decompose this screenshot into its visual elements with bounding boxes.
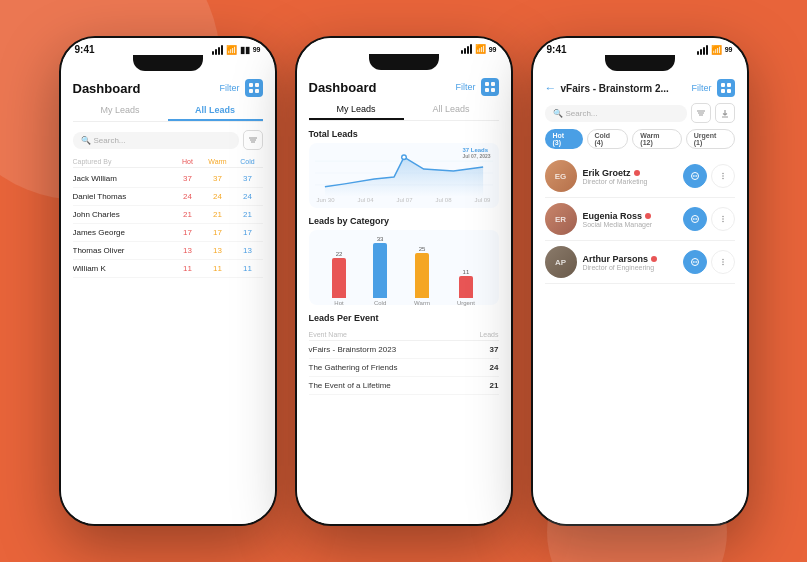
- tab-all-leads-2[interactable]: All Leads: [404, 104, 499, 120]
- hot-count: 21: [173, 210, 203, 219]
- contact-list: EG Erik Groetz Director of Marketing ER …: [545, 155, 735, 284]
- total-leads-chart: 37 Leads Jul 07, 2023: [309, 143, 499, 208]
- filter-label-1[interactable]: Filter: [220, 83, 240, 93]
- svg-point-42: [722, 259, 724, 261]
- cold-count: 21: [233, 210, 263, 219]
- header-actions-3: Filter: [692, 79, 735, 97]
- signal-icon-3: [697, 45, 708, 55]
- warm-count: 13: [203, 246, 233, 255]
- svg-rect-17: [727, 83, 731, 87]
- download-icon-3[interactable]: [715, 103, 735, 123]
- event-row: The Event of a Lifetime 21: [309, 377, 499, 395]
- event-name: The Event of a Lifetime: [309, 381, 391, 390]
- x-label-2: Jul 07: [396, 197, 412, 203]
- svg-point-36: [722, 218, 724, 220]
- warm-count: 37: [203, 174, 233, 183]
- svg-point-32: [692, 218, 693, 219]
- event-row: vFairs - Brainstorm 2023 37: [309, 341, 499, 359]
- tab-all-leads-1[interactable]: All Leads: [168, 105, 263, 121]
- leads-by-category-chart: 22 Hot 33 Cold 25 Warm 11 Urgent: [309, 230, 499, 305]
- contact-message-btn[interactable]: [683, 164, 707, 188]
- screen-2: Dashboard Filter My Leads All Leads Tota…: [297, 70, 511, 524]
- status-time-1: 9:41: [75, 44, 95, 55]
- header-actions-2: Filter: [456, 78, 499, 96]
- signal-icon-2: [461, 44, 472, 54]
- avatar: AP: [545, 246, 577, 278]
- bar-label: Warm: [414, 300, 430, 306]
- tab-my-leads-1[interactable]: My Leads: [73, 105, 168, 121]
- svg-rect-3: [255, 89, 259, 93]
- contact-row: ER Eugenia Ross Social Media Manager: [545, 198, 735, 241]
- hot-count: 24: [173, 192, 203, 201]
- filter-chip[interactable]: Urgent (1): [686, 129, 735, 149]
- hot-count: 11: [173, 264, 203, 273]
- tabs-1: My Leads All Leads: [73, 105, 263, 122]
- filter-chip[interactable]: Warm (12): [632, 129, 681, 149]
- grid-icon-btn-3[interactable]: [717, 79, 735, 97]
- x-label-3: Jul 08: [435, 197, 451, 203]
- filter-chips-3: Hot (3)Cold (4)Warm (12)Urgent (1): [545, 129, 735, 149]
- contact-name: Arthur Parsons: [583, 254, 677, 264]
- svg-rect-0: [249, 83, 253, 87]
- contact-row: EG Erik Groetz Director of Marketing: [545, 155, 735, 198]
- tabs-2: My Leads All Leads: [309, 104, 499, 121]
- event-count: 37: [490, 345, 499, 354]
- tab-my-leads-2[interactable]: My Leads: [309, 104, 404, 120]
- back-button[interactable]: ←: [545, 81, 557, 95]
- event-count: 21: [490, 381, 499, 390]
- bar-label: Urgent: [457, 300, 475, 306]
- svg-point-35: [722, 216, 724, 218]
- bar-rect: [459, 276, 473, 298]
- status-icons-3: 📶 99: [697, 45, 733, 55]
- back-header: ← vFairs - Brainstorm 2... Filter: [545, 79, 735, 97]
- event-rows: vFairs - Brainstorm 2023 37 The Gatherin…: [309, 341, 499, 395]
- cold-count: 11: [233, 264, 263, 273]
- filter-chip[interactable]: Cold (4): [587, 129, 629, 149]
- bar-rect: [332, 258, 346, 298]
- filter-label-3[interactable]: Filter: [692, 83, 712, 93]
- event-table: Event Name Leads vFairs - Brainstorm 202…: [309, 329, 499, 395]
- wifi-icon-3: 📶: [711, 45, 722, 55]
- adjust-icon-3[interactable]: [691, 103, 711, 123]
- bar-label: Hot: [334, 300, 343, 306]
- bar-group: 25 Warm: [414, 246, 430, 306]
- bar-value: 22: [336, 251, 343, 257]
- grid-icon-btn-1[interactable]: [245, 79, 263, 97]
- filter-icon-1[interactable]: [243, 130, 263, 150]
- search-bar-3[interactable]: 🔍 Search...: [545, 105, 687, 122]
- wifi-icon-2: 📶: [475, 44, 486, 54]
- lead-name: Thomas Oliver: [73, 246, 173, 255]
- table-row: Thomas Oliver 13 13 13: [73, 242, 263, 260]
- filter-label-2[interactable]: Filter: [456, 82, 476, 92]
- screen-1: Dashboard Filter My Leads All Leads 🔍 Se…: [61, 71, 275, 524]
- svg-rect-2: [249, 89, 253, 93]
- status-icons-2: 📶 99: [461, 44, 497, 54]
- contact-message-btn[interactable]: [683, 207, 707, 231]
- cold-count: 37: [233, 174, 263, 183]
- lead-name: William K: [73, 264, 173, 273]
- contact-more-btn[interactable]: [711, 207, 735, 231]
- contact-name: Erik Groetz: [583, 168, 677, 178]
- svg-point-28: [722, 173, 724, 175]
- search-input-1[interactable]: 🔍 Search...: [73, 132, 239, 149]
- wifi-icon: 📶: [226, 45, 237, 55]
- header-1: Dashboard Filter: [73, 79, 263, 97]
- svg-point-34: [695, 218, 696, 219]
- grid-icon-btn-2[interactable]: [481, 78, 499, 96]
- svg-point-15: [402, 156, 405, 159]
- filter-chip[interactable]: Hot (3): [545, 129, 583, 149]
- hot-count: 37: [173, 174, 203, 183]
- contact-more-btn[interactable]: [711, 250, 735, 274]
- svg-point-33: [694, 218, 695, 219]
- phone-2: 📶 99 Dashboard Filter My Leads All Leads…: [295, 36, 513, 526]
- contact-more-btn[interactable]: [711, 164, 735, 188]
- bar-group: 22 Hot: [332, 251, 346, 306]
- bar-group: 33 Cold: [373, 236, 387, 306]
- contact-row: AP Arthur Parsons Director of Engineerin…: [545, 241, 735, 284]
- svg-point-30: [722, 178, 724, 180]
- warm-count: 21: [203, 210, 233, 219]
- contact-message-btn[interactable]: [683, 250, 707, 274]
- table-row: John Charles 21 21 21: [73, 206, 263, 224]
- contact-actions: [683, 207, 735, 231]
- avatar: EG: [545, 160, 577, 192]
